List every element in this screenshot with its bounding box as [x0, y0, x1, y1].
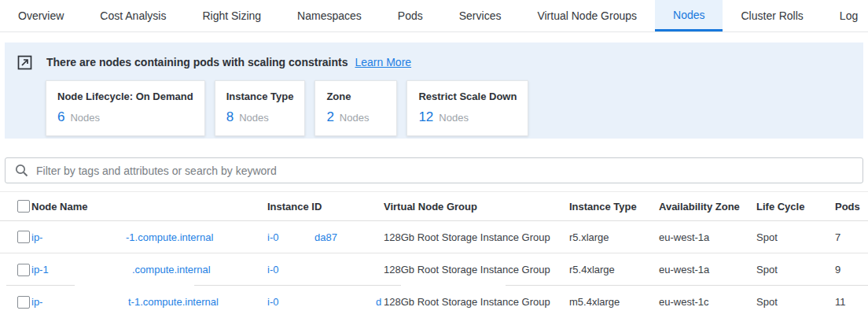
virtual-node-group-value: 128Gb Root Storage Instance Group [384, 296, 569, 308]
virtual-node-group-value: 128Gb Root Storage Instance Group [384, 264, 569, 275]
life-cycle-value: Spot [756, 264, 835, 275]
select-all-checkbox[interactable] [17, 200, 30, 213]
tab-cost-analysis[interactable]: Cost Analysis [82, 0, 184, 31]
card-count: 12 Nodes [418, 109, 517, 125]
life-cycle-value: Spot [756, 296, 835, 308]
card-count-number: 8 [226, 109, 234, 125]
nodes-table: Node Name Instance ID Virtual Node Group… [0, 191, 868, 318]
instance-id-link[interactable]: i-0 [267, 231, 314, 243]
node-name-link[interactable]: ip- [31, 231, 126, 243]
pods-count: 7 [835, 231, 868, 243]
col-instance-id: Instance ID [267, 201, 384, 213]
instance-type-value: r5.4xlarge [569, 264, 659, 275]
table-row: ip-1.compute.internal i-0 128Gb Root Sto… [0, 253, 868, 286]
col-life-cycle: Life Cycle [756, 201, 835, 213]
col-availability-zone: Availability Zone [659, 201, 756, 213]
tab-log[interactable]: Log [822, 0, 868, 31]
instance-id-link[interactable]: i-0 [267, 264, 278, 275]
card-count-number: 2 [326, 109, 333, 125]
nodes-page: Overview Cost Analysis Right Sizing Name… [0, 0, 868, 318]
banner-message: There are nodes containing pods with sca… [46, 56, 348, 68]
scaling-constraints-banner: There are nodes containing pods with sca… [5, 43, 863, 139]
life-cycle-value: Spot [756, 231, 835, 243]
table-header-row: Node Name Instance ID Virtual Node Group… [0, 192, 868, 221]
card-count: 8 Nodes [226, 109, 294, 125]
col-node-name: Node Name [31, 201, 267, 213]
card-count-unit: Nodes [439, 112, 469, 124]
card-count-number: 6 [57, 109, 64, 125]
search-icon [15, 164, 28, 177]
row-checkbox[interactable] [17, 296, 30, 309]
learn-more-link[interactable]: Learn More [355, 56, 412, 68]
tab-services[interactable]: Services [441, 0, 520, 31]
constraint-cards: Node Lifecycle: On Demand 6 Nodes Instan… [46, 80, 851, 136]
banner-header: There are nodes containing pods with sca… [17, 54, 851, 71]
instance-type-value: r5.xlarge [569, 231, 659, 243]
pods-count: 9 [835, 264, 868, 275]
scale-up-icon [17, 55, 32, 70]
card-count-unit: Nodes [70, 112, 100, 124]
pods-count: 11 [835, 296, 868, 308]
instance-id-link[interactable]: d [376, 296, 381, 308]
card-count-unit: Nodes [239, 112, 269, 124]
card-count-number: 12 [418, 109, 433, 125]
filter-search-bar[interactable] [5, 157, 863, 183]
card-node-lifecycle[interactable]: Node Lifecycle: On Demand 6 Nodes [46, 80, 205, 136]
card-restrict-scale-down[interactable]: Restrict Scale Down 12 Nodes [406, 80, 528, 136]
node-name-link[interactable]: -1.compute.internal [126, 231, 213, 243]
tab-nodes[interactable]: Nodes [655, 0, 723, 31]
col-virtual-node-group: Virtual Node Group [384, 201, 569, 213]
col-pods: Pods [835, 201, 868, 213]
tab-bar: Overview Cost Analysis Right Sizing Name… [0, 0, 868, 32]
tab-overview[interactable]: Overview [0, 0, 82, 31]
card-title: Node Lifecycle: On Demand [57, 91, 193, 102]
tab-cluster-rolls[interactable]: Cluster Rolls [723, 0, 821, 31]
node-name-link[interactable]: t-1.compute.internal [128, 296, 219, 308]
node-name-link[interactable]: .compute.internal [132, 264, 211, 275]
node-name-link[interactable]: ip- [31, 296, 128, 308]
card-instance-type[interactable]: Instance Type 8 Nodes [215, 80, 306, 136]
instance-type-value: m5.4xlarge [569, 296, 659, 308]
availability-zone-value: eu-west-1c [659, 296, 756, 308]
card-title: Zone [326, 91, 385, 102]
card-title: Restrict Scale Down [418, 91, 517, 102]
availability-zone-value: eu-west-1a [659, 231, 756, 243]
col-instance-type: Instance Type [569, 201, 659, 213]
instance-id-link[interactable]: da87 [314, 231, 337, 243]
card-count: 2 Nodes [326, 109, 385, 125]
tab-pods[interactable]: Pods [380, 0, 441, 31]
card-title: Instance Type [226, 91, 294, 102]
tab-right-sizing[interactable]: Right Sizing [184, 0, 279, 31]
card-count-unit: Nodes [340, 112, 370, 124]
node-name-link[interactable]: ip-1 [31, 264, 132, 275]
card-zone[interactable]: Zone 2 Nodes [314, 80, 397, 136]
card-count: 6 Nodes [57, 109, 193, 125]
table-row: ip--1.compute.internal i-0da87 128Gb Roo… [0, 221, 868, 253]
virtual-node-group-value: 128Gb Root Storage Instance Group [384, 231, 569, 243]
row-checkbox[interactable] [17, 264, 30, 276]
tab-namespaces[interactable]: Namespaces [279, 0, 380, 31]
row-checkbox[interactable] [17, 231, 30, 243]
tab-virtual-node-groups[interactable]: Virtual Node Groups [519, 0, 655, 31]
table-row: ip-t-1.compute.internal i-0d 128Gb Root … [0, 286, 868, 318]
instance-id-link[interactable]: i-0 [267, 296, 376, 308]
availability-zone-value: eu-west-1a [659, 264, 756, 275]
search-input[interactable] [36, 165, 853, 177]
